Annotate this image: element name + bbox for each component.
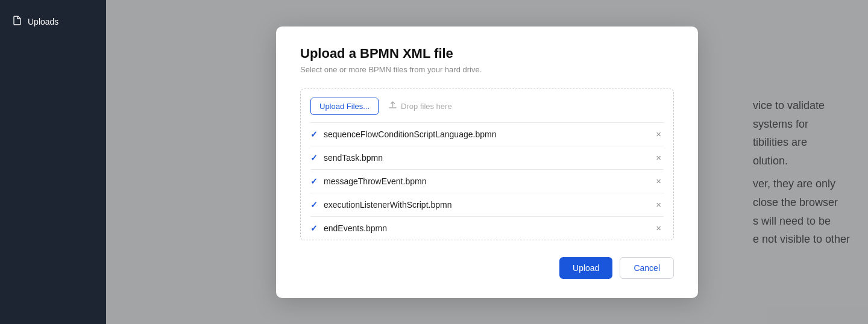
sidebar-uploads-label: Uploads <box>28 17 58 26</box>
modal-subtitle: Select one or more BPMN files from your … <box>300 65 674 74</box>
file-item-left-2: ✓ messageThrowEvent.bpmn <box>310 176 426 186</box>
drop-label: Drop files here <box>388 101 452 111</box>
drop-files-text: Drop files here <box>401 102 452 111</box>
upload-modal: Upload a BPMN XML file Select one or mor… <box>276 26 698 298</box>
modal-overlay: Upload a BPMN XML file Select one or mor… <box>106 0 868 324</box>
remove-file-4[interactable]: × <box>653 223 664 232</box>
modal-title: Upload a BPMN XML file <box>300 46 674 61</box>
upload-files-button[interactable]: Upload Files... <box>310 98 379 115</box>
check-icon-3: ✓ <box>310 200 318 210</box>
file-name-2: messageThrowEvent.bpmn <box>324 176 426 186</box>
check-icon-4: ✓ <box>310 223 318 233</box>
remove-file-2[interactable]: × <box>653 176 664 185</box>
file-item-0: ✓ sequenceFlowConditionScriptLanguage.bp… <box>310 122 664 146</box>
remove-file-3[interactable]: × <box>653 200 664 209</box>
file-name-3: executionListenerWithScript.bpmn <box>324 200 451 210</box>
sidebar: Uploads <box>0 0 106 324</box>
upload-icon <box>388 101 397 111</box>
check-icon-0: ✓ <box>310 129 318 139</box>
file-item-1: ✓ sendTask.bpmn × <box>310 146 664 169</box>
cancel-button[interactable]: Cancel <box>620 257 674 279</box>
file-item-left-3: ✓ executionListenerWithScript.bpmn <box>310 200 451 210</box>
file-item-3: ✓ executionListenerWithScript.bpmn × <box>310 193 664 216</box>
file-name-4: endEvents.bpmn <box>324 223 387 233</box>
dropzone-header: Upload Files... Drop files here <box>310 98 664 115</box>
sidebar-item-uploads[interactable]: Uploads <box>0 10 106 34</box>
remove-file-0[interactable]: × <box>653 129 664 139</box>
file-item-4: ✓ endEvents.bpmn × <box>310 216 664 240</box>
file-item-left-4: ✓ endEvents.bpmn <box>310 223 387 233</box>
document-icon <box>12 16 22 28</box>
file-item-left-1: ✓ sendTask.bpmn <box>310 153 383 163</box>
file-item-2: ✓ messageThrowEvent.bpmn × <box>310 169 664 193</box>
check-icon-1: ✓ <box>310 153 318 163</box>
file-item-left-0: ✓ sequenceFlowConditionScriptLanguage.bp… <box>310 129 496 139</box>
remove-file-1[interactable]: × <box>653 153 664 162</box>
file-name-1: sendTask.bpmn <box>324 153 383 163</box>
check-icon-2: ✓ <box>310 176 318 186</box>
file-name-0: sequenceFlowConditionScriptLanguage.bpmn <box>324 129 496 139</box>
modal-footer: Upload Cancel <box>300 257 674 279</box>
dropzone: Upload Files... Drop files here <box>300 89 674 240</box>
upload-button[interactable]: Upload <box>559 257 612 279</box>
main-area: vice to validate systems for tibilities … <box>106 0 868 324</box>
file-list: ✓ sequenceFlowConditionScriptLanguage.bp… <box>310 122 664 240</box>
